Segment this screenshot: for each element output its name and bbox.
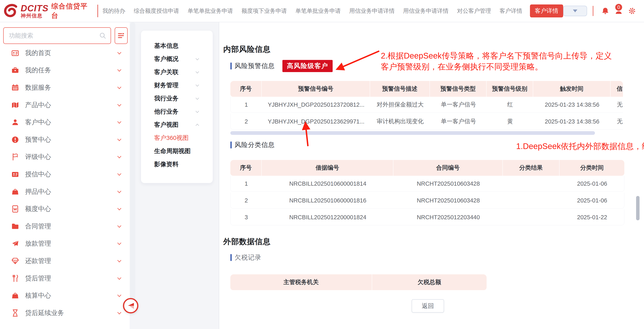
person-icon — [11, 118, 19, 126]
col-header: 预警信号级别 — [486, 81, 533, 97]
table-row[interactable]: 1 YJBHYJXH_DGP20250123720812... 对外担保金额过大… — [230, 97, 623, 113]
horizontal-scrollbar[interactable] — [230, 131, 595, 135]
gear-icon[interactable] — [628, 7, 636, 15]
utensils-icon — [11, 275, 19, 282]
sidebar-item-label: 我的首页 — [25, 49, 51, 57]
menu-icon — [117, 32, 125, 39]
menu-toggle-button[interactable] — [115, 27, 128, 44]
middle-column: 基本信息 客户概况 客户关联 财务管理 我行业务 他行业务 — [130, 22, 219, 329]
submenu-item-other-bank-business[interactable]: 他行业务 — [141, 105, 213, 118]
search-icon[interactable] — [99, 32, 107, 40]
col-header: 序号 — [230, 160, 262, 176]
sidebar-item-rating-center[interactable]: 评级中心 — [0, 148, 130, 166]
risk-classification-table: 序号 借据编号 合同编号 分类结果 分类时间 1 NRCBILL20250106… — [230, 160, 624, 226]
chevron-down-icon — [117, 241, 121, 245]
sidebar-item-warning-center[interactable]: 预警中心 — [0, 131, 130, 148]
alert-icon — [11, 136, 19, 144]
nav-item-corp-customer-mgmt[interactable]: 对公客户管理 — [457, 7, 491, 15]
chevron-down-icon — [117, 172, 121, 176]
sidebar-item-accounting-center[interactable]: 核算中心 — [0, 287, 130, 304]
col-header: 欠税总额 — [372, 274, 486, 290]
chevron-down-icon — [196, 70, 199, 73]
annotation-note-1: 1.DeepSeek依托内外部数据信息，结合预警信号体系，为客户探测风险预警信号 — [516, 141, 644, 152]
sidebar-item-data-services[interactable]: 数据服务 — [0, 79, 130, 96]
page: DCITS 神州信息 综合信贷平台 我的待办 综合额度授信申请 单笔单批业务申请… — [0, 0, 644, 329]
paper-plane-icon — [11, 240, 19, 247]
nav-item-single-batch-1[interactable]: 单笔单批业务申请 — [188, 7, 233, 15]
submenu-item-customer-relation[interactable]: 客户关联 — [141, 66, 213, 79]
top-nav: 我的待办 综合额度授信申请 单笔单批业务申请 额度项下业务申请 单笔单批业务申请… — [102, 7, 522, 15]
chevron-down-icon — [196, 57, 199, 60]
col-header: 预警信号编号 — [262, 81, 370, 97]
sidebar-item-contract-mgmt[interactable]: 合同管理 — [0, 218, 130, 235]
sidebar-item-label: 预警中心 — [25, 135, 51, 144]
brand-company: DCITS — [21, 4, 48, 13]
customer-submenu-card: 基本信息 客户概况 客户关联 财务管理 我行业务 他行业务 — [141, 30, 213, 183]
sidebar-collapse-button[interactable] — [123, 298, 138, 314]
chevron-down-icon — [196, 109, 199, 113]
nav-item-quota-under[interactable]: 额度项下业务申请 — [242, 7, 287, 15]
table-header-row: 序号 预警信号编号 预警信号描述 预警信号类型 预警信号级别 触发时间 信 — [230, 81, 623, 97]
nav-item-credit-apply[interactable]: 综合额度授信申请 — [134, 7, 179, 15]
nav-item-customer-detail[interactable]: 客户详情 — [500, 7, 522, 15]
nav-item-my-todo[interactable]: 我的待办 — [102, 7, 125, 15]
sidebar-menu: 我的首页 我的任务 数据服务 产品中心 客户中心 — [0, 44, 130, 322]
table-row[interactable]: 1 NRCBILL2025010600001814 NRCHT202501060… — [230, 176, 624, 192]
table-row[interactable]: 2 YJBHYJXH_DGP20250123629971... 审计机构出现变化… — [230, 114, 623, 130]
table-row[interactable]: 2 NRCBILL2025010600001816 NRCHT202501060… — [230, 193, 624, 209]
chevron-down-icon — [117, 224, 121, 228]
submenu-item-customer-360-view[interactable]: 客户360视图 — [141, 131, 213, 145]
submenu-item-our-bank-business[interactable]: 我行业务 — [141, 92, 213, 105]
submenu-item-basic-info[interactable]: 基本信息 — [141, 39, 213, 52]
sidebar-item-customer-center[interactable]: 客户中心 — [0, 114, 130, 131]
sidebar-item-collateral-center[interactable]: 押品中心 — [0, 183, 130, 200]
vertical-scrollbar-thumb[interactable] — [636, 196, 640, 220]
col-header: 分类时间 — [560, 160, 624, 176]
sidebar-item-postloan-renewal[interactable]: 贷后延续业务 — [0, 304, 130, 322]
table-header-row: 主管税务机关 欠税总额 — [230, 274, 486, 290]
table-row[interactable]: 3 NRCBILL2025012200001824 NRCHT202501220… — [230, 209, 624, 225]
idcard-icon — [11, 49, 19, 57]
tax-arrears-table: 主管税务机关 欠税总额 — [230, 274, 486, 290]
nav-item-usage-detail-1[interactable]: 用信业务申请详情 — [349, 7, 394, 15]
active-tab-customer-detail[interactable]: 客户详情 — [530, 4, 563, 17]
sidebar-item-my-tasks[interactable]: 我的任务 — [0, 62, 130, 79]
annotation-note-2: 2.根据DeepSeek传导策略，将客户名下预警信号向上传导，定义客户预警级别，… — [381, 50, 614, 72]
bell-icon[interactable] — [601, 7, 609, 15]
submenu-item-customer-view[interactable]: 客户视图 — [141, 118, 213, 131]
col-header: 合同编号 — [394, 160, 503, 176]
submenu-item-customer-overview[interactable]: 客户概况 — [141, 52, 213, 66]
col-header: 预警信号描述 — [370, 81, 430, 97]
bag-icon — [11, 188, 19, 196]
sidebar-item-disbursement-mgmt[interactable]: 放款管理 — [0, 235, 130, 253]
back-button[interactable]: 返回 — [412, 299, 444, 313]
chevron-down-icon — [117, 85, 121, 89]
product-name: 综合信贷平台 — [51, 1, 94, 20]
col-header: 主管税务机关 — [230, 274, 372, 290]
chevron-down-icon — [196, 83, 199, 87]
risk-warning-title: 风险预警信息 — [234, 61, 275, 70]
chevron-down-icon — [196, 96, 199, 100]
submenu-item-lifecycle-view[interactable]: 生命周期视图 — [141, 145, 213, 158]
chevron-down-icon — [117, 310, 121, 315]
risk-warning-table: 序号 预警信号编号 预警信号描述 预警信号类型 预警信号级别 触发时间 信 1 … — [230, 81, 623, 130]
nav-overflow-dropdown[interactable] — [563, 6, 587, 16]
nav-item-usage-detail-2[interactable]: 用信业务申请详情 — [403, 7, 448, 15]
chevron-down-icon — [117, 102, 121, 106]
sidebar-item-label: 授信中心 — [25, 170, 51, 179]
sidebar-item-label: 还款管理 — [25, 257, 51, 266]
submenu-item-image-materials[interactable]: 影像资料 — [141, 158, 213, 171]
sidebar-item-repayment-mgmt[interactable]: 还款管理 — [0, 252, 130, 270]
col-header: 借据编号 — [262, 160, 394, 176]
nav-item-single-batch-2[interactable]: 单笔单批业务申请 — [295, 7, 341, 15]
sidebar-item-credit-center[interactable]: 授信中心 — [0, 166, 130, 183]
function-search-input[interactable] — [4, 28, 110, 43]
chevron-down-icon — [117, 68, 121, 72]
sidebar-scrollbar-track[interactable] — [130, 22, 135, 311]
submenu-item-finance-mgmt[interactable]: 财务管理 — [141, 79, 213, 92]
sidebar-item-my-home[interactable]: 我的首页 — [0, 44, 130, 62]
sidebar-item-postloan-mgmt[interactable]: 贷后管理 — [0, 270, 130, 287]
sidebar-item-label: 数据服务 — [25, 83, 51, 92]
sidebar-item-product-center[interactable]: 产品中心 — [0, 96, 130, 114]
sidebar-item-quota-center[interactable]: 额度中心 — [0, 200, 130, 218]
